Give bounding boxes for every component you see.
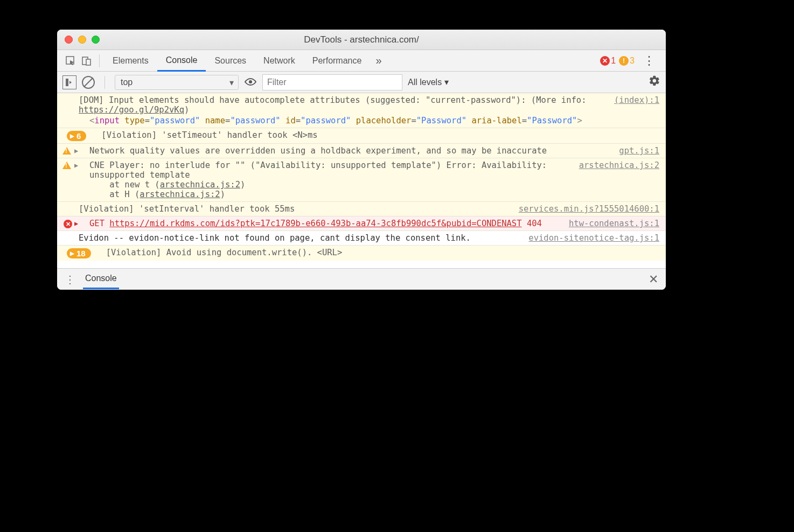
repeat-count-badge: 18	[67, 248, 91, 258]
message-prefix: GET	[89, 219, 109, 228]
separator	[105, 76, 105, 89]
message-text: CNE Player: no interlude for "" ("Availa…	[89, 160, 547, 180]
console-message[interactable]: ✕ ▶ GET https://mid.rkdms.com/ids?ptk=17…	[57, 216, 666, 231]
expand-arrow-icon[interactable]: ▶	[74, 162, 78, 169]
request-url[interactable]: https://mid.rkdms.com/ids?ptk=17c1789b-e…	[109, 219, 521, 228]
console-message[interactable]: ▶ Network quality values are overridden …	[57, 144, 666, 158]
warning-count-badge[interactable]: ! 3	[619, 56, 635, 66]
levels-selector[interactable]: All levels ▾	[408, 77, 449, 87]
console-toolbar: top All levels ▾	[57, 72, 666, 93]
svg-rect-2	[86, 59, 90, 65]
warning-triangle-icon	[62, 162, 71, 169]
separator	[99, 54, 100, 67]
message-source[interactable]: htw-condenast.js:1	[558, 219, 659, 228]
message-text: [Violation] 'setTimeout' handler took <N…	[101, 130, 317, 140]
message-html: <input type="password" name="password" i…	[79, 115, 603, 125]
message-source[interactable]: evidon-sitenotice-tag.js:1	[518, 233, 659, 243]
tab-bar: Elements Console Sources Network Perform…	[57, 50, 666, 72]
drawer-menu-icon[interactable]: ⋮	[65, 273, 75, 286]
message-source[interactable]: arstechnica.js:2	[568, 160, 659, 199]
svg-point-4	[249, 80, 252, 83]
console-message[interactable]: [DOM] Input elements should have autocom…	[57, 93, 666, 128]
window-title: DevTools - arstechnica.com/	[57, 34, 666, 45]
sidebar-toggle-icon[interactable]	[62, 75, 76, 89]
error-circle-icon: ✕	[64, 220, 72, 228]
tab-network[interactable]: Network	[255, 50, 304, 72]
info-link[interactable]: https://goo.gl/9p2vKq	[79, 105, 184, 115]
console-message[interactable]: Evidon -- evidon-notice-link not found o…	[57, 231, 666, 246]
message-source[interactable]: gpt.js:1	[608, 146, 659, 156]
message-text: [Violation] Avoid using document.write()…	[106, 248, 343, 257]
error-count-badge[interactable]: ✕ 1	[600, 56, 616, 66]
console-messages: [DOM] Input elements should have autocom…	[57, 93, 666, 261]
drawer: ⋮ Console ✕	[57, 268, 666, 290]
console-message[interactable]: [Violation] 'setInterval' handler took 5…	[57, 202, 666, 216]
message-text: Evidon -- evidon-notice-link not found o…	[64, 233, 518, 243]
inspect-element-icon[interactable]	[62, 53, 79, 69]
stack-link[interactable]: arstechnica.js:2	[140, 190, 220, 199]
warning-icon: !	[619, 56, 629, 66]
stack-link[interactable]: arstechnica.js:2	[160, 180, 240, 190]
console-settings-icon[interactable]	[649, 75, 660, 90]
filter-input[interactable]	[262, 74, 402, 90]
more-tabs-icon[interactable]: »	[370, 54, 387, 67]
drawer-tab-console[interactable]: Console	[83, 269, 119, 289]
expand-arrow-icon[interactable]: ▶	[74, 147, 78, 155]
status-code: 404	[522, 219, 542, 228]
svg-rect-3	[66, 79, 68, 86]
tab-sources[interactable]: Sources	[206, 50, 255, 72]
message-text: Network quality values are overridden us…	[64, 146, 608, 156]
error-count: 1	[611, 56, 616, 66]
clear-console-icon[interactable]	[82, 76, 95, 89]
console-message[interactable]: ▶ CNE Player: no interlude for "" ("Avai…	[57, 158, 666, 202]
message-text: [Violation] 'setInterval' handler took 5…	[64, 204, 508, 214]
context-selector[interactable]: top	[115, 75, 239, 90]
warning-triangle-icon	[62, 147, 71, 155]
live-expression-icon[interactable]	[244, 75, 257, 89]
device-toolbar-icon[interactable]	[79, 53, 95, 69]
devtools-window: DevTools - arstechnica.com/ Elements Con…	[57, 30, 666, 290]
message-text: [DOM] Input elements should have autocom…	[79, 95, 587, 115]
console-message[interactable]: 18 [Violation] Avoid using document.writ…	[57, 246, 666, 261]
tab-console[interactable]: Console	[157, 50, 206, 72]
tab-performance[interactable]: Performance	[304, 50, 371, 72]
message-source[interactable]: (index):1	[603, 95, 659, 125]
expand-arrow-icon[interactable]: ▶	[74, 220, 78, 227]
tab-elements[interactable]: Elements	[104, 50, 157, 72]
close-drawer-icon[interactable]: ✕	[649, 272, 658, 286]
repeat-count-badge: 6	[67, 131, 86, 141]
message-source[interactable]: services.min.js?1555014600:1	[508, 204, 659, 214]
console-message[interactable]: 6 [Violation] 'setTimeout' handler took …	[57, 128, 666, 144]
titlebar: DevTools - arstechnica.com/	[57, 30, 666, 50]
warning-count: 3	[630, 56, 635, 66]
kebab-menu-icon[interactable]: ⋮	[638, 54, 660, 68]
error-icon: ✕	[600, 56, 610, 66]
